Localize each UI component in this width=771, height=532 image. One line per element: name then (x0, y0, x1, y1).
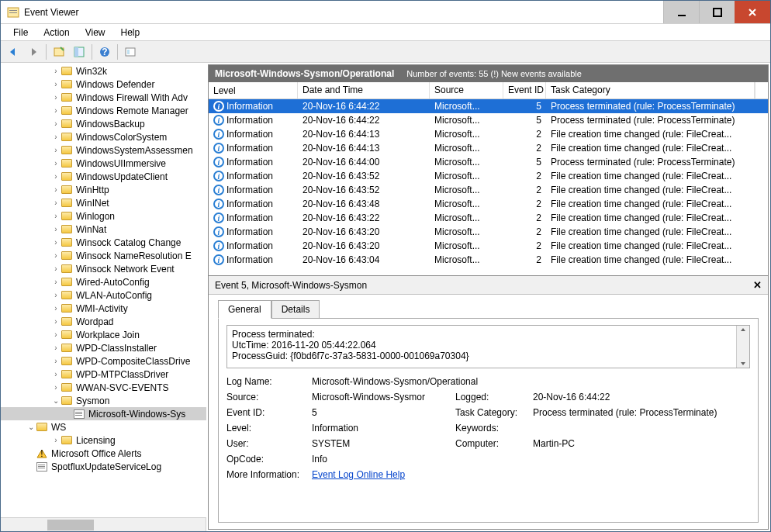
col-date[interactable]: Date and Time (298, 82, 430, 98)
tree-item[interactable]: ⌄Sysmon (1, 394, 206, 407)
tree-item[interactable]: ›WLAN-AutoConfig (1, 288, 206, 302)
tree-item[interactable]: ›WindowsUpdateClient (1, 170, 206, 183)
tree-hscrollbar[interactable] (1, 517, 206, 531)
event-row[interactable]: iInformation20-Nov-16 6:44:22Microsoft..… (209, 99, 768, 113)
expand-icon[interactable]: › (50, 317, 61, 326)
tree-item[interactable]: ›Winlogon (1, 209, 206, 223)
expand-icon[interactable]: › (50, 278, 61, 286)
tree-item[interactable]: ›Wired-AutoConfig (1, 275, 206, 288)
tree-item[interactable]: ›WindowsColorSystem (1, 130, 206, 143)
link-online-help[interactable]: Event Log Online Help (312, 469, 405, 480)
folder-icon (61, 66, 74, 77)
expand-icon[interactable]: › (50, 330, 61, 339)
col-taskcat[interactable]: Task Category (546, 82, 755, 98)
tree-item[interactable]: ›WindowsBackup (1, 117, 206, 130)
tree-item[interactable]: Microsoft-Windows-Sys (1, 407, 206, 420)
expand-icon[interactable]: › (50, 212, 61, 220)
show-tree-button[interactable] (50, 43, 68, 61)
tree-item[interactable]: ›WindowsSystemAssessmen (1, 143, 206, 157)
expand-icon[interactable]: › (50, 238, 61, 247)
event-row[interactable]: iInformation20-Nov-16 6:44:13Microsoft..… (209, 127, 768, 141)
expand-icon[interactable]: › (50, 133, 61, 141)
forward-button[interactable] (24, 43, 43, 61)
event-row[interactable]: iInformation20-Nov-16 6:43:52Microsoft..… (209, 169, 768, 183)
tree-item[interactable]: ›Workplace Join (1, 328, 206, 341)
tree-item[interactable]: ›WPD-CompositeClassDrive (1, 354, 206, 368)
tree-item[interactable]: ›WMI-Activity (1, 302, 206, 315)
expand-icon[interactable]: › (50, 304, 61, 313)
col-eventid[interactable]: Event ID (503, 82, 546, 98)
event-row[interactable]: iInformation20-Nov-16 6:43:20Microsoft..… (209, 225, 768, 239)
tree-item[interactable]: !Microsoft Office Alerts (1, 447, 206, 460)
expand-icon[interactable]: › (50, 119, 61, 128)
expand-icon[interactable]: › (50, 93, 61, 102)
help-button[interactable]: ? (95, 43, 114, 61)
tree-item[interactable]: ›Wordpad (1, 315, 206, 328)
maximize-button[interactable] (699, 1, 735, 23)
tree-item[interactable]: ›Winsock NameResolution E (1, 249, 206, 262)
event-row[interactable]: iInformation20-Nov-16 6:43:52Microsoft..… (209, 183, 768, 197)
tree-item[interactable]: SpotfluxUpdateServiceLog (1, 460, 206, 473)
expand-icon[interactable]: ⌄ (50, 396, 61, 405)
menu-help[interactable]: Help (113, 26, 148, 40)
expand-icon[interactable]: › (50, 159, 61, 168)
col-source[interactable]: Source (430, 82, 503, 98)
expand-icon[interactable]: › (50, 383, 61, 392)
msg-scrollbar[interactable] (736, 326, 749, 368)
expand-icon[interactable]: › (50, 251, 61, 260)
menu-file[interactable]: File (5, 26, 36, 40)
event-row[interactable]: iInformation20-Nov-16 6:44:00Microsoft..… (209, 155, 768, 169)
expand-icon[interactable]: › (50, 225, 61, 233)
expand-icon[interactable]: › (50, 185, 61, 194)
expand-icon[interactable]: › (50, 436, 61, 444)
minimize-button[interactable] (663, 1, 699, 23)
expand-icon[interactable]: › (50, 106, 61, 115)
event-row[interactable]: iInformation20-Nov-16 6:44:22Microsoft..… (209, 113, 768, 127)
cell-level: Information (226, 254, 273, 265)
tree-item[interactable]: ›WPD-ClassInstaller (1, 341, 206, 354)
tab-details[interactable]: Details (271, 300, 320, 319)
col-level[interactable]: Level (209, 82, 298, 98)
tree-item[interactable]: ›Windows Remote Manager (1, 104, 206, 117)
tree-item[interactable]: ⌄WS (1, 420, 206, 434)
expand-icon[interactable]: › (50, 264, 61, 273)
tree-item[interactable]: ›Win32k (1, 64, 206, 78)
tree-item[interactable]: ›Winsock Network Event (1, 262, 206, 275)
expand-icon[interactable]: › (50, 357, 61, 365)
tree-view[interactable]: ›Win32k›Windows Defender›Windows Firewal… (1, 63, 206, 517)
expand-icon[interactable]: ⌄ (26, 423, 36, 431)
tree-item[interactable]: ›Winsock Catalog Change (1, 236, 206, 249)
expand-icon[interactable]: › (50, 370, 61, 378)
tree-item[interactable]: ›Windows Defender (1, 78, 206, 91)
expand-icon[interactable]: › (50, 67, 61, 75)
tree-item[interactable]: ›Windows Firewall With Adv (1, 91, 206, 104)
tree-item[interactable]: ›WinINet (1, 196, 206, 209)
expand-icon[interactable]: › (50, 199, 61, 207)
close-button[interactable] (735, 1, 770, 23)
expand-icon[interactable]: › (50, 80, 61, 88)
event-row[interactable]: iInformation20-Nov-16 6:44:13Microsoft..… (209, 141, 768, 155)
tree-item[interactable]: ›Licensing (1, 434, 206, 447)
tree-item[interactable]: ›WindowsUIImmersive (1, 157, 206, 170)
tree-item[interactable]: ›WinHttp (1, 183, 206, 196)
tree-item[interactable]: ›WPD-MTPClassDriver (1, 368, 206, 381)
list-body[interactable]: iInformation20-Nov-16 6:44:22Microsoft..… (209, 99, 768, 275)
event-row[interactable]: iInformation20-Nov-16 6:43:20Microsoft..… (209, 239, 768, 253)
expand-icon[interactable]: › (50, 172, 61, 181)
properties-button[interactable] (70, 43, 88, 61)
detail-close-icon[interactable]: ✕ (753, 279, 762, 291)
tab-general[interactable]: General (218, 300, 271, 319)
expand-icon[interactable]: › (50, 291, 61, 299)
tree-item[interactable]: ›WWAN-SVC-EVENTS (1, 381, 206, 394)
menu-action[interactable]: Action (36, 26, 77, 40)
event-row[interactable]: iInformation20-Nov-16 6:43:48Microsoft..… (209, 197, 768, 211)
events-header: Microsoft-Windows-Sysmon/Operational Num… (209, 65, 768, 82)
event-row[interactable]: iInformation20-Nov-16 6:43:04Microsoft..… (209, 253, 768, 267)
find-button[interactable] (121, 43, 140, 61)
expand-icon[interactable]: › (50, 344, 61, 352)
event-row[interactable]: iInformation20-Nov-16 6:43:22Microsoft..… (209, 211, 768, 225)
back-button[interactable] (4, 43, 22, 61)
tree-item[interactable]: ›WinNat (1, 223, 206, 236)
expand-icon[interactable]: › (50, 146, 61, 154)
menu-view[interactable]: View (78, 26, 113, 40)
